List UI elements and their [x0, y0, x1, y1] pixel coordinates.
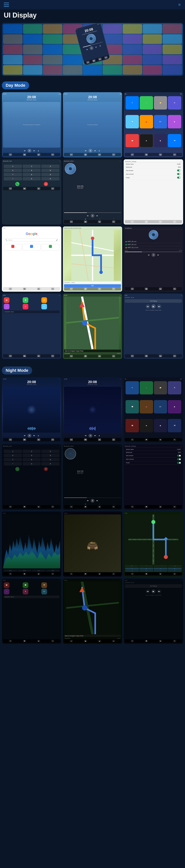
day-music-1-time: 20:08	[3, 95, 60, 99]
hamburger-icon[interactable]	[4, 3, 9, 7]
social-track-3: 华晨宇_花心_91.mp3	[125, 246, 182, 249]
nav-icon[interactable]: ≡	[178, 2, 181, 7]
nc-email: ✉	[9, 506, 12, 508]
night-settings-auto-answer: Auto answer	[125, 454, 182, 458]
night-row-1: 20:08↑↓ 20:08 Bluetooth_Music	[2, 377, 183, 442]
nnp-gps: ◉	[159, 640, 162, 642]
nm1-gps: ◉	[37, 438, 40, 441]
ndial-9: 9	[41, 458, 59, 461]
call-btn: 📞	[15, 182, 20, 186]
auto-connect-toggle[interactable]	[177, 173, 181, 175]
dc-gps: ◉	[37, 187, 40, 190]
dial-0: 0	[23, 177, 41, 180]
settings-auto-connect: Auto connect	[125, 172, 182, 176]
night-auto-answer-toggle[interactable]	[177, 455, 181, 457]
cp-music: ♪	[4, 304, 9, 309]
nset-email: ✉	[131, 506, 134, 508]
night-auto-connect-toggle[interactable]	[177, 458, 181, 460]
n2-list: ▲	[98, 434, 101, 437]
ndial-2: 2	[23, 450, 41, 453]
nn-gps: ◉	[98, 640, 101, 642]
night-settings-screen: Bluetooth_Settings↑↓ Device name CarBT D…	[124, 444, 183, 509]
night-power-toggle[interactable]	[177, 462, 181, 464]
nmap-route-2: ▶	[139, 568, 153, 569]
dcp-gps: ◉	[37, 355, 40, 357]
svg-point-7	[99, 271, 103, 274]
na-auto: ⚙	[173, 438, 176, 441]
ds-email: ✉	[131, 221, 134, 223]
day-call-screen: Bluetooth_Call↑↓ 1 2 3 4 5 6 7 8 9 * 0 #	[2, 159, 61, 224]
cp-podcast: 🎙	[23, 304, 28, 309]
night-apps-screen: ⚙ ♪BT ✈ ♪ 📁 ⚙ 💬 🚗 BT ▶ ☎ ■ ◉ 🗺	[124, 377, 183, 442]
google-logo: Google	[3, 232, 60, 236]
ncp-email: ✉	[9, 640, 12, 642]
dg-phone: ☎	[23, 288, 26, 290]
d2-phone: ☎	[84, 153, 87, 156]
d2-auto: ⚙	[112, 153, 115, 156]
night-music-screen-1: 20:08↑↓ 20:08 Bluetooth_Music	[2, 377, 61, 442]
day-row-3: 1:54↑ Google 🔍 Search... 🎤 YouTube Gmail	[2, 226, 183, 292]
night-nav-screen: 18:33↑↓ Start on Dongliao Tongue Road	[63, 579, 122, 644]
music-artist-day: Music Artist	[77, 188, 121, 189]
day-notplaying-screen: 9:51↑↓ 10:16 ETA 9.0 mi Not Playing ⏮ ▶ …	[124, 293, 183, 359]
n2-next: ⏭	[94, 434, 97, 437]
d1-phone: ☎	[23, 153, 26, 156]
day-music-screen-2: 20:08↑↓ ◀ 20:08 Bluetooth_Music A stormy…	[63, 92, 122, 157]
night-mode-badge: Night Mode	[2, 367, 32, 374]
nmap-zoom-out[interactable]: -	[154, 565, 167, 567]
google-search-icon: 🔍	[5, 239, 7, 241]
neq-email: ✉	[9, 573, 12, 575]
dc-auto: ⚙	[51, 187, 54, 190]
svg-point-30	[164, 555, 168, 559]
day-apps-screen: ⚙ ♪BT ✈ ♪ 📁 ⚙ 💬 🚗 BT ▶ ☎ ■ ◉ 🗺	[124, 92, 183, 157]
ndial-hash: #	[41, 462, 59, 465]
ndial-5: 5	[23, 454, 41, 457]
nmap-zoom-in[interactable]: +	[139, 565, 153, 567]
ndial-6: 6	[41, 454, 59, 457]
nset-phone: ☎	[145, 506, 148, 508]
d2-list: ▲	[98, 149, 101, 152]
google-search-placeholder[interactable]: Search...	[8, 240, 55, 241]
power-toggle[interactable]	[177, 177, 181, 179]
d1-email: ✉	[9, 153, 12, 156]
nm-play: ⏸	[90, 499, 95, 503]
app-phone: ☎	[126, 134, 139, 148]
nnp-email: ✉	[131, 640, 134, 642]
ds2-auto: ⚙	[173, 288, 176, 290]
nmap-north: N	[125, 565, 138, 567]
nset-auto: ⚙	[173, 506, 176, 508]
night-app-8: ▶	[168, 400, 181, 413]
svg-point-11	[82, 320, 87, 326]
night-notplaying-screen: 9:51↑↓ 10:16 ETA 9.0 mi Not Playing ⏮ ▶ …	[124, 579, 183, 644]
google-shortcut-3: Maps	[41, 244, 59, 250]
nmap-route-3: ▼	[154, 568, 167, 569]
svg-rect-22	[96, 547, 98, 549]
nm2-gps: ◉	[98, 438, 101, 441]
ncp-phone: ☎	[4, 582, 9, 588]
dn-auto: ⚙	[112, 355, 115, 357]
night-eq-screen: 1:54↑ FLAT ROCK JAZZ POP ✉ ☎ ◉ ⚙	[2, 512, 61, 577]
nn-phone: ☎	[84, 640, 87, 642]
dmap-gps: ◉	[98, 288, 101, 290]
dg-email: ✉	[9, 288, 12, 290]
not-playing-label: Not Playing	[125, 299, 182, 303]
nmap-btn-1: ⊞	[125, 570, 139, 572]
google-mic-icon: 🎤	[56, 240, 58, 241]
nf-phone: ☎	[84, 573, 87, 575]
dmap-phone: ☎	[84, 288, 87, 290]
d1-list: ▲	[37, 149, 39, 152]
night-settings-auto-connect: Auto connect	[125, 458, 182, 461]
dc-phone: ☎	[23, 187, 26, 190]
app-files: 📁	[154, 96, 167, 110]
dm-phone: ☎	[84, 221, 87, 223]
dial-3: 3	[41, 164, 59, 168]
ndial-1: 1	[4, 450, 22, 453]
ndial-3: 3	[41, 450, 59, 453]
nset-gps: ◉	[159, 506, 162, 508]
nnp-auto: ⚙	[173, 640, 176, 642]
np-prev: ⏮	[146, 304, 150, 308]
d2-gps: ◉	[98, 153, 101, 156]
eq-preset-4: POP	[46, 570, 60, 571]
auto-answer-toggle[interactable]	[177, 169, 181, 172]
go-button[interactable]: GO	[64, 284, 121, 287]
